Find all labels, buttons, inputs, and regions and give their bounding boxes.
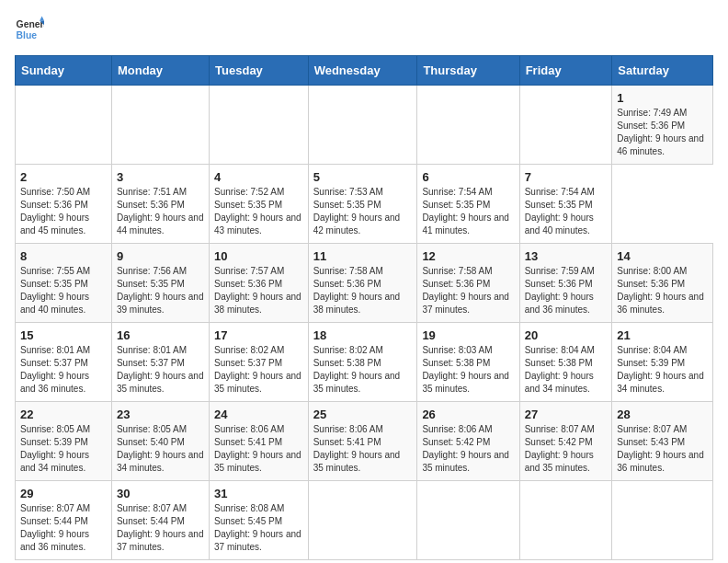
day-number: 22: [20, 408, 107, 421]
day-header-thursday: Thursday: [417, 56, 519, 86]
day-info: Sunrise: 8:07 AMSunset: 5:42 PMDaylight:…: [525, 424, 595, 473]
day-info: Sunrise: 8:07 AMSunset: 5:44 PMDaylight:…: [117, 503, 204, 552]
day-number: 23: [117, 408, 204, 421]
calendar-cell: 15 Sunrise: 8:01 AMSunset: 5:37 PMDaylig…: [16, 323, 112, 402]
day-info: Sunrise: 7:50 AMSunset: 5:36 PMDaylight:…: [20, 187, 90, 236]
calendar-cell: 25 Sunrise: 8:06 AMSunset: 5:41 PMDaylig…: [308, 402, 417, 481]
svg-marker-2: [40, 17, 44, 21]
day-number: 3: [117, 170, 204, 184]
calendar-cell: 18 Sunrise: 8:02 AMSunset: 5:38 PMDaylig…: [308, 323, 417, 402]
day-number: 26: [422, 408, 514, 421]
calendar-cell: 3 Sunrise: 7:51 AMSunset: 5:36 PMDayligh…: [111, 165, 209, 244]
calendar-cell: 12 Sunrise: 7:58 AMSunset: 5:36 PMDaylig…: [417, 244, 519, 323]
day-number: 20: [525, 328, 608, 342]
day-info: Sunrise: 8:07 AMSunset: 5:44 PMDaylight:…: [20, 503, 90, 552]
day-info: Sunrise: 8:03 AMSunset: 5:38 PMDaylight:…: [422, 345, 509, 394]
calendar-cell: 6 Sunrise: 7:54 AMSunset: 5:35 PMDayligh…: [417, 165, 519, 244]
calendar-cell: 24 Sunrise: 8:06 AMSunset: 5:41 PMDaylig…: [210, 402, 309, 481]
calendar-cell: 17 Sunrise: 8:02 AMSunset: 5:37 PMDaylig…: [210, 323, 309, 402]
day-header-wednesday: Wednesday: [308, 56, 417, 86]
day-number: 18: [313, 328, 413, 342]
day-info: Sunrise: 7:54 AMSunset: 5:35 PMDaylight:…: [422, 187, 509, 236]
day-info: Sunrise: 7:57 AMSunset: 5:36 PMDaylight:…: [214, 266, 301, 315]
day-header-tuesday: Tuesday: [210, 56, 309, 86]
calendar-cell: 9 Sunrise: 7:56 AMSunset: 5:35 PMDayligh…: [111, 244, 209, 323]
calendar-cell: [417, 481, 519, 560]
day-number: 13: [525, 249, 608, 263]
calendar-cell: [111, 86, 209, 165]
day-info: Sunrise: 7:49 AMSunset: 5:36 PMDaylight:…: [617, 108, 704, 156]
day-info: Sunrise: 8:02 AMSunset: 5:37 PMDaylight:…: [214, 345, 301, 394]
calendar-cell: [417, 86, 519, 165]
day-number: 12: [422, 249, 514, 263]
day-info: Sunrise: 7:56 AMSunset: 5:35 PMDaylight:…: [117, 266, 204, 315]
day-number: 19: [422, 328, 514, 342]
day-info: Sunrise: 8:08 AMSunset: 5:45 PMDaylight:…: [214, 503, 301, 552]
day-number: 9: [117, 249, 204, 263]
calendar-cell: 21 Sunrise: 8:04 AMSunset: 5:39 PMDaylig…: [612, 323, 713, 402]
day-number: 5: [313, 170, 413, 184]
calendar-cell: [308, 86, 417, 165]
calendar-cell: [16, 86, 112, 165]
day-number: 6: [422, 170, 514, 184]
calendar-cell: 28 Sunrise: 8:07 AMSunset: 5:43 PMDaylig…: [612, 402, 713, 481]
calendar-cell: 1 Sunrise: 7:49 AMSunset: 5:36 PMDayligh…: [612, 86, 713, 165]
calendar-cell: 5 Sunrise: 7:53 AMSunset: 5:35 PMDayligh…: [308, 165, 417, 244]
day-info: Sunrise: 7:58 AMSunset: 5:36 PMDaylight:…: [422, 266, 509, 315]
day-header-monday: Monday: [111, 56, 209, 86]
calendar-cell: 31 Sunrise: 8:08 AMSunset: 5:45 PMDaylig…: [210, 481, 309, 560]
calendar-cell: 26 Sunrise: 8:06 AMSunset: 5:42 PMDaylig…: [417, 402, 519, 481]
day-number: 21: [617, 328, 708, 342]
day-info: Sunrise: 7:59 AMSunset: 5:36 PMDaylight:…: [525, 266, 595, 315]
calendar-cell: [519, 481, 612, 560]
day-info: Sunrise: 8:01 AMSunset: 5:37 PMDaylight:…: [20, 345, 90, 394]
calendar-cell: 11 Sunrise: 7:58 AMSunset: 5:36 PMDaylig…: [308, 244, 417, 323]
day-number: 24: [214, 408, 303, 421]
day-number: 27: [525, 408, 608, 421]
calendar-cell: 27 Sunrise: 8:07 AMSunset: 5:42 PMDaylig…: [519, 402, 612, 481]
calendar-cell: [308, 481, 417, 560]
day-number: 15: [20, 328, 107, 342]
logo-icon: General Blue: [15, 15, 44, 44]
calendar-week-1: 1 Sunrise: 7:49 AMSunset: 5:36 PMDayligh…: [16, 86, 713, 165]
calendar-cell: 7 Sunrise: 7:54 AMSunset: 5:35 PMDayligh…: [519, 165, 612, 244]
day-number: 8: [20, 249, 107, 263]
day-header-row: SundayMondayTuesdayWednesdayThursdayFrid…: [16, 56, 713, 86]
svg-text:General: General: [17, 19, 44, 29]
calendar-cell: 23 Sunrise: 8:05 AMSunset: 5:40 PMDaylig…: [111, 402, 209, 481]
day-header-sunday: Sunday: [16, 56, 112, 86]
calendar-cell: 29 Sunrise: 8:07 AMSunset: 5:44 PMDaylig…: [16, 481, 112, 560]
day-number: 31: [214, 487, 303, 500]
day-info: Sunrise: 8:02 AMSunset: 5:38 PMDaylight:…: [313, 345, 401, 394]
day-info: Sunrise: 7:52 AMSunset: 5:35 PMDaylight:…: [214, 187, 301, 236]
logo: General Blue: [15, 15, 48, 44]
calendar-week-3: 8 Sunrise: 7:55 AMSunset: 5:35 PMDayligh…: [16, 244, 713, 323]
calendar-cell: 13 Sunrise: 7:59 AMSunset: 5:36 PMDaylig…: [519, 244, 612, 323]
calendar-cell: 8 Sunrise: 7:55 AMSunset: 5:35 PMDayligh…: [16, 244, 112, 323]
day-info: Sunrise: 8:01 AMSunset: 5:37 PMDaylight:…: [117, 345, 204, 394]
calendar-week-2: 2 Sunrise: 7:50 AMSunset: 5:36 PMDayligh…: [16, 165, 713, 244]
day-info: Sunrise: 8:05 AMSunset: 5:39 PMDaylight:…: [20, 424, 90, 473]
calendar-cell: 10 Sunrise: 7:57 AMSunset: 5:36 PMDaylig…: [210, 244, 309, 323]
calendar-table: SundayMondayTuesdayWednesdayThursdayFrid…: [15, 55, 713, 560]
day-number: 7: [525, 170, 608, 184]
day-info: Sunrise: 7:51 AMSunset: 5:36 PMDaylight:…: [117, 187, 204, 236]
day-info: Sunrise: 8:04 AMSunset: 5:39 PMDaylight:…: [617, 345, 704, 394]
day-info: Sunrise: 8:06 AMSunset: 5:41 PMDaylight:…: [313, 424, 401, 473]
calendar-cell: [612, 481, 713, 560]
day-info: Sunrise: 8:06 AMSunset: 5:41 PMDaylight:…: [214, 424, 301, 473]
day-number: 16: [117, 328, 204, 342]
day-number: 10: [214, 249, 303, 263]
day-info: Sunrise: 7:54 AMSunset: 5:35 PMDaylight:…: [525, 187, 595, 236]
calendar-week-6: 29 Sunrise: 8:07 AMSunset: 5:44 PMDaylig…: [16, 481, 713, 560]
calendar-cell: 20 Sunrise: 8:04 AMSunset: 5:38 PMDaylig…: [519, 323, 612, 402]
header: General Blue: [15, 15, 713, 44]
day-number: 14: [617, 249, 708, 263]
day-number: 30: [117, 487, 204, 500]
day-number: 28: [617, 408, 708, 421]
calendar-cell: 19 Sunrise: 8:03 AMSunset: 5:38 PMDaylig…: [417, 323, 519, 402]
day-number: 17: [214, 328, 303, 342]
day-info: Sunrise: 8:07 AMSunset: 5:43 PMDaylight:…: [617, 424, 704, 473]
day-number: 4: [214, 170, 303, 184]
day-info: Sunrise: 8:05 AMSunset: 5:40 PMDaylight:…: [117, 424, 204, 473]
